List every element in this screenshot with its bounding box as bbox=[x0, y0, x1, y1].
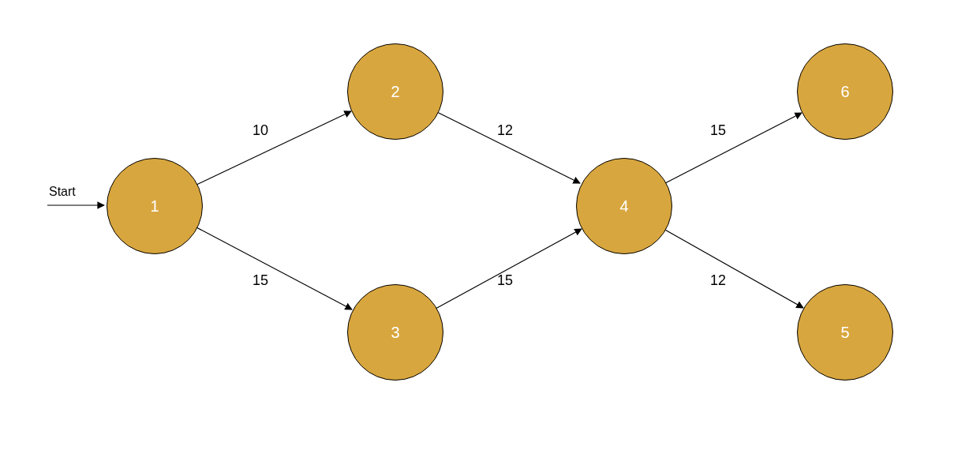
edge-1-3 bbox=[195, 227, 352, 309]
node-3: 3 bbox=[347, 284, 443, 381]
node-2: 2 bbox=[347, 43, 443, 140]
edge-label-1-3: 15 bbox=[252, 272, 268, 289]
edge-3-4 bbox=[436, 229, 582, 309]
edge-label-4-6: 15 bbox=[710, 122, 726, 139]
edge-label-2-4: 12 bbox=[497, 122, 513, 139]
edge-1-2 bbox=[196, 111, 351, 185]
edge-label-4-5: 12 bbox=[710, 272, 726, 289]
node-6: 6 bbox=[797, 43, 893, 140]
node-2-label: 2 bbox=[391, 83, 399, 101]
node-6-label: 6 bbox=[840, 83, 849, 101]
node-5: 5 bbox=[797, 284, 893, 381]
node-1: 1 bbox=[107, 158, 203, 254]
node-5-label: 5 bbox=[840, 324, 849, 342]
edge-4-6 bbox=[665, 113, 802, 183]
edge-label-1-2: 10 bbox=[252, 122, 268, 139]
node-3-label: 3 bbox=[391, 324, 399, 342]
edge-label-3-4: 15 bbox=[497, 272, 513, 289]
node-1-label: 1 bbox=[150, 197, 159, 216]
node-4: 4 bbox=[576, 158, 672, 254]
edge-4-5 bbox=[664, 229, 803, 308]
node-4-label: 4 bbox=[619, 197, 628, 216]
start-label: Start bbox=[49, 185, 76, 199]
